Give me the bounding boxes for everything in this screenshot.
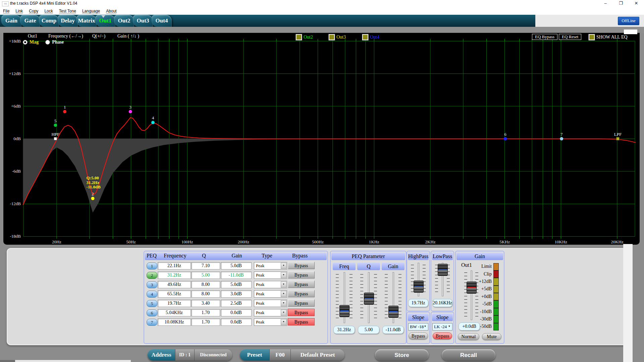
peq-7-type-select[interactable]: Peak▼	[254, 318, 287, 326]
q-value[interactable]: 5.00	[358, 326, 379, 334]
peq-6-frequency-field[interactable]: 5.04KHz	[158, 309, 191, 316]
peq-1-gain-field[interactable]: 5.0dB	[221, 262, 252, 269]
peq-3-q-field[interactable]: 8.00	[191, 281, 220, 288]
show-all-eq-checkbox[interactable]	[589, 34, 595, 40]
menu-lock[interactable]: Lock	[41, 9, 56, 13]
eq-graph-canvas[interactable]: +18dB+12dB+6dB0dB-6dB-12dB-18dB20Hz50Hz1…	[3, 33, 640, 245]
lowpass-slope-select[interactable]: LK -24▼	[432, 323, 452, 330]
tab-gain[interactable]: Gain	[1, 15, 21, 27]
peq-4-frequency-field[interactable]: 65.5Hz	[158, 290, 191, 298]
peq-7-q-field[interactable]: 1.70	[191, 318, 220, 326]
dropdown-arrow-icon[interactable]: ▼	[281, 272, 286, 278]
eq-marker-6[interactable]	[504, 137, 507, 140]
peq-3-bypass-button[interactable]: Bypass	[288, 281, 315, 288]
tab-out4[interactable]: Out4	[152, 15, 172, 27]
peq-4-badge[interactable]: 4	[147, 291, 157, 298]
peq-3-frequency-field[interactable]: 49.6Hz	[158, 281, 191, 288]
peq-3-gain-field[interactable]: 5.0dB	[221, 281, 252, 288]
mag-radio[interactable]	[23, 40, 28, 45]
menu-language[interactable]: Language	[79, 9, 103, 13]
q-slider-knob[interactable]	[364, 293, 374, 305]
store-button[interactable]: Store	[375, 349, 429, 361]
minimize-icon[interactable]: –	[598, 0, 613, 7]
preset-button[interactable]: Preset	[240, 349, 270, 361]
peq-1-badge[interactable]: 1	[147, 262, 157, 269]
right-scrollbar-track[interactable]	[623, 244, 633, 362]
eq-marker-1[interactable]	[63, 110, 66, 113]
dropdown-arrow-icon[interactable]: ▼	[281, 282, 286, 288]
freq-slider[interactable]	[335, 272, 354, 324]
peq-2-frequency-field[interactable]: 31.2Hz	[158, 272, 191, 279]
address-button[interactable]: Address	[148, 349, 175, 361]
peq-1-frequency-field[interactable]: 22.1Hz	[158, 262, 191, 269]
eq-marker-LPF[interactable]	[616, 137, 619, 140]
restore-icon[interactable]: ❐	[613, 0, 629, 7]
peq-7-frequency-field[interactable]: 10.08KHz	[158, 318, 191, 326]
dropdown-arrow-icon[interactable]: ▼	[281, 310, 286, 316]
highpass-slider-knob[interactable]	[414, 281, 424, 293]
peq-5-badge[interactable]: 5	[147, 300, 157, 307]
lowpass-bypass-button[interactable]: Bypass	[433, 333, 452, 339]
peq-5-type-select[interactable]: Peak▼	[254, 300, 287, 307]
close-icon[interactable]: ✕	[629, 0, 644, 7]
peq-5-gain-field[interactable]: 2.5dB	[221, 300, 252, 307]
highpass-slider[interactable]	[410, 262, 427, 297]
freq-value[interactable]: 31.2Hz	[333, 326, 355, 334]
gain-value[interactable]: -11.0dB	[382, 326, 404, 334]
gain-slider[interactable]	[384, 272, 402, 324]
peq-5-frequency-field[interactable]: 19.7Hz	[158, 300, 191, 307]
peq-2-type-select[interactable]: Peak▼	[254, 272, 287, 279]
tab-matrix[interactable]: Matrix	[76, 15, 97, 27]
peq-7-bypass-button[interactable]: Bypass	[288, 318, 315, 325]
peq-4-q-field[interactable]: 8.00	[191, 290, 220, 298]
dropdown-arrow-icon[interactable]: ▼	[281, 263, 286, 269]
peq-3-badge[interactable]: 3	[147, 281, 157, 288]
peq-1-type-select[interactable]: Peak▼	[254, 262, 287, 269]
lowpass-slider-knob[interactable]	[438, 264, 448, 276]
dropdown-arrow-icon[interactable]: ▼	[281, 300, 286, 306]
lowpass-frequency-value[interactable]: 20.16KHz	[432, 299, 452, 307]
eq-marker-2[interactable]	[91, 197, 95, 200]
peq-6-q-field[interactable]: 1.70	[191, 309, 220, 316]
eq-marker-7[interactable]	[560, 137, 563, 140]
tab-delay[interactable]: Delay	[58, 15, 78, 27]
peq-1-q-field[interactable]: 7.10	[191, 262, 220, 269]
mute-button[interactable]: Mute	[482, 333, 501, 340]
peq-6-type-select[interactable]: Peak▼	[254, 309, 287, 316]
eq-marker-HPF[interactable]	[54, 137, 57, 140]
peq-4-gain-field[interactable]: 3.0dB	[221, 290, 252, 298]
out2-checkbox[interactable]	[296, 34, 302, 40]
offline-status-button[interactable]: OffLine	[618, 17, 639, 25]
gain-slider-knob[interactable]	[388, 306, 398, 318]
output-gain-fader-knob[interactable]	[467, 282, 477, 294]
phase-radio[interactable]	[45, 40, 50, 45]
peq-5-bypass-button[interactable]: Bypass	[288, 299, 315, 307]
dropdown-arrow-icon[interactable]: ▼	[281, 291, 286, 297]
highpass-frequency-value[interactable]: 19.7Hz	[408, 299, 428, 307]
peq-6-gain-field[interactable]: 0.0dB	[221, 309, 252, 316]
peq-6-bypass-button[interactable]: Bypass	[288, 309, 315, 316]
menu-about[interactable]: About	[103, 9, 119, 13]
tab-out3[interactable]: Out3	[133, 15, 153, 27]
highpass-bypass-button[interactable]: Bypass	[409, 333, 428, 339]
peq-2-badge[interactable]: 2	[147, 272, 157, 279]
peq-4-type-select[interactable]: Peak▼	[254, 290, 287, 298]
peq-6-badge[interactable]: 6	[147, 309, 157, 316]
tab-comp[interactable]: Comp	[39, 15, 59, 27]
tab-gate[interactable]: Gate	[20, 15, 40, 27]
dropdown-arrow-icon[interactable]: ▼	[447, 324, 452, 329]
dropdown-arrow-icon[interactable]: ▼	[423, 324, 428, 329]
peq-7-gain-field[interactable]: 0.0dB	[221, 318, 252, 326]
peq-5-q-field[interactable]: 3.40	[191, 300, 220, 307]
eq-marker-4[interactable]	[151, 121, 155, 124]
peq-2-gain-field[interactable]: -11.0dB	[221, 272, 252, 279]
recall-button[interactable]: Recall	[442, 349, 495, 361]
peq-4-bypass-button[interactable]: Bypass	[288, 290, 315, 297]
lowpass-slider[interactable]	[434, 262, 451, 297]
menu-file[interactable]: File	[0, 9, 12, 13]
menu-test-tone[interactable]: Test Tone	[56, 9, 79, 13]
tab-out1[interactable]: Out1	[95, 15, 115, 27]
q-slider[interactable]	[359, 272, 378, 324]
peq-7-badge[interactable]: 7	[147, 319, 157, 326]
menu-link[interactable]: Link	[12, 9, 26, 13]
